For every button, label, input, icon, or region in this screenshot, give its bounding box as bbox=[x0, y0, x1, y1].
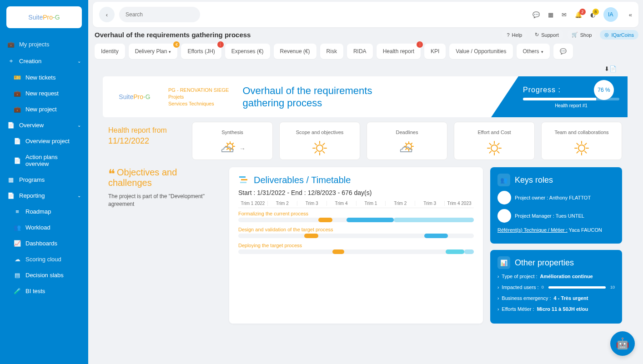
svg-point-0 bbox=[227, 144, 233, 149]
sidebar-item-bi-tests[interactable]: 🧪 BI tests bbox=[0, 283, 88, 299]
sidebar-item-decision-slabs[interactable]: ▤ Decision slabs bbox=[0, 267, 88, 283]
tab-kpi[interactable]: KPI bbox=[424, 44, 446, 59]
sidebar-item-new-project[interactable]: 💼 New project bbox=[0, 101, 88, 117]
health-card-deadlines[interactable]: Deadlines bbox=[367, 122, 447, 160]
tab-badge: ⋮ bbox=[217, 41, 224, 48]
tab-revenue-[interactable]: Revenue (€) bbox=[274, 44, 316, 59]
table-icon: ▤ bbox=[14, 272, 21, 279]
svg-line-20 bbox=[411, 143, 412, 144]
svg-line-44 bbox=[577, 143, 578, 145]
tabs-row: IdentityDelivery Plan▾€Efforts (JH)⋮Expe… bbox=[95, 44, 638, 59]
property-row: › Impacted users : 0 10 bbox=[497, 284, 615, 290]
sidebar-item-action-plans-overview[interactable]: 📄 Action plans overview bbox=[0, 149, 88, 172]
back-button[interactable]: ‹ bbox=[99, 7, 115, 22]
sidebar-item-overview[interactable]: 📄 Overview ⌄ bbox=[0, 117, 88, 133]
svg-line-24 bbox=[406, 148, 407, 149]
support-button[interactable]: ↻Support bbox=[530, 30, 563, 40]
project-banner: SuitePro-G PG - RENOVATION SIEGE Projets… bbox=[103, 76, 628, 117]
page-title: Overhaul of the requirements gathering p… bbox=[95, 31, 251, 39]
tab-health-report[interactable]: Health report⋮ bbox=[377, 44, 421, 59]
task-name: Design and validation of the target proc… bbox=[238, 227, 474, 232]
sidebar: SuitePro-G 💼 My projects ＋ Creation ⌄🎫 N… bbox=[0, 0, 88, 364]
svg-point-36 bbox=[578, 145, 585, 151]
health-card-label: Synthesis bbox=[221, 127, 243, 139]
search-input[interactable] bbox=[119, 7, 200, 22]
health-card-team-and-collaborations[interactable]: Team and collaborations bbox=[541, 122, 622, 160]
sidebar-item-reporting[interactable]: 📄 Reporting ⌄ bbox=[0, 188, 88, 204]
mail-icon[interactable]: ✉ bbox=[562, 11, 567, 18]
timetable-icon bbox=[238, 175, 249, 185]
sidebar-item-overview-project[interactable]: 📄 Overview project bbox=[0, 133, 88, 149]
arrow-right-icon: → bbox=[239, 145, 246, 152]
pill-label: Help bbox=[512, 32, 522, 38]
tab-efforts-jh-[interactable]: Efforts (JH)⋮ bbox=[181, 44, 221, 59]
plus-icon: ＋ bbox=[7, 57, 15, 65]
sidebar-item-roadmap[interactable]: ≡ Roadmap bbox=[0, 204, 88, 219]
file-icon: 📄 bbox=[7, 192, 15, 199]
tab-label: RIDA bbox=[353, 48, 367, 55]
impacted-users-slider[interactable] bbox=[548, 286, 606, 289]
keys-roles-panel: 👥 Keys roles Project owner : Anthony FLA… bbox=[490, 167, 622, 244]
quarter-label: Trim 4 2023 bbox=[445, 201, 474, 206]
svg-line-33 bbox=[489, 151, 491, 153]
brand-logo[interactable]: SuitePro-G bbox=[6, 6, 82, 28]
tab--[interactable]: 💬 bbox=[553, 44, 573, 59]
tab-rida[interactable]: RIDA bbox=[347, 44, 373, 59]
tab-label: Value / Opportunities bbox=[456, 48, 506, 55]
chevron-left-icon: ‹ bbox=[106, 11, 108, 18]
file-icon: 📄 bbox=[7, 122, 15, 129]
health-card-effort-and-cost[interactable]: Effort and Cost bbox=[454, 122, 535, 160]
svg-line-17 bbox=[315, 143, 316, 145]
tab-badge: € bbox=[173, 41, 180, 48]
sidebar-item-new-request[interactable]: 💼 New request bbox=[0, 85, 88, 101]
svg-line-31 bbox=[497, 151, 499, 153]
health-card-scope-and-objectives[interactable]: Scope and objectives bbox=[279, 122, 360, 160]
nav-label: Roadmap bbox=[25, 208, 51, 215]
progress-percent: 76 % bbox=[594, 80, 614, 100]
sidebar-item-dashboards[interactable]: 📈 Dashboards bbox=[0, 235, 88, 251]
nav-label: BI tests bbox=[25, 288, 45, 294]
nav-label: Dashboards bbox=[25, 240, 57, 247]
tab-others[interactable]: Others▾ bbox=[517, 44, 550, 59]
sidebar-item-scoring-cloud[interactable]: ☁ Scoring cloud bbox=[0, 251, 88, 267]
health-card-label: Effort and Cost bbox=[477, 127, 511, 139]
robot-icon: 🤖 bbox=[616, 337, 629, 350]
tab-delivery-plan[interactable]: Delivery Plan▾€ bbox=[129, 44, 178, 59]
file-icon: 📄 bbox=[14, 138, 21, 145]
pending-icon[interactable]: ◐ 8 bbox=[590, 11, 595, 18]
sidebar-item-new-tickets[interactable]: 🎫 New tickets bbox=[0, 70, 88, 85]
tab-label: Revenue (€) bbox=[280, 48, 310, 55]
sidebar-item-my-projects[interactable]: 💼 My projects bbox=[0, 36, 88, 52]
chatbot-button[interactable]: 🤖 bbox=[610, 331, 635, 356]
sidebar-item-creation[interactable]: ＋ Creation ⌄ bbox=[0, 52, 88, 70]
tab-identity[interactable]: Identity bbox=[95, 44, 125, 59]
apps-icon[interactable]: ▦ bbox=[548, 11, 553, 18]
chat-icon[interactable]: 💬 bbox=[532, 11, 540, 18]
collapse-panel-button[interactable]: « bbox=[629, 11, 632, 18]
help-button[interactable]: ?Help bbox=[502, 30, 527, 40]
task-bar bbox=[238, 234, 474, 238]
shop-button[interactable]: 🛒Shop bbox=[567, 30, 597, 40]
topbar: ‹ 💬 ▦ ✉ 🔔 2 ◐ 8 IA « bbox=[93, 2, 638, 27]
nav-label: New project bbox=[25, 106, 57, 113]
tab-value-opportunities[interactable]: Value / Opportunities bbox=[449, 44, 512, 59]
health-card-label: Scope and objectives bbox=[296, 127, 344, 139]
role-row: Project Manager : Tues UNTEL bbox=[497, 209, 615, 223]
notifications-icon[interactable]: 🔔 2 bbox=[575, 11, 582, 18]
health-card-synthesis[interactable]: Synthesis → bbox=[192, 122, 273, 160]
quarter-label: Trim 1 bbox=[357, 201, 386, 206]
svg-point-9 bbox=[316, 145, 323, 151]
tab-expenses-[interactable]: Expenses (€) bbox=[225, 44, 270, 59]
tab-risk[interactable]: Risk bbox=[320, 44, 343, 59]
download-icon[interactable]: ⬇📄 bbox=[604, 65, 617, 72]
ticket-icon: 🎫 bbox=[14, 74, 21, 81]
iqarcoins-button[interactable]: ◎IQarCoins bbox=[600, 30, 638, 40]
user-avatar[interactable]: IA bbox=[603, 7, 618, 22]
role-referent-link[interactable]: Référent(s) Technique / Métier : bbox=[497, 227, 568, 233]
sidebar-item-workload[interactable]: 👥 Workload bbox=[0, 219, 88, 235]
partly-cloudy-icon bbox=[398, 141, 416, 157]
banner-logo: SuitePro-G bbox=[112, 93, 157, 100]
property-row: › Type of project : Amélioration continu… bbox=[497, 274, 615, 279]
sidebar-item-programs[interactable]: ▦ Programs bbox=[0, 172, 88, 188]
plus-briefcase-icon: 💼 bbox=[14, 90, 21, 97]
